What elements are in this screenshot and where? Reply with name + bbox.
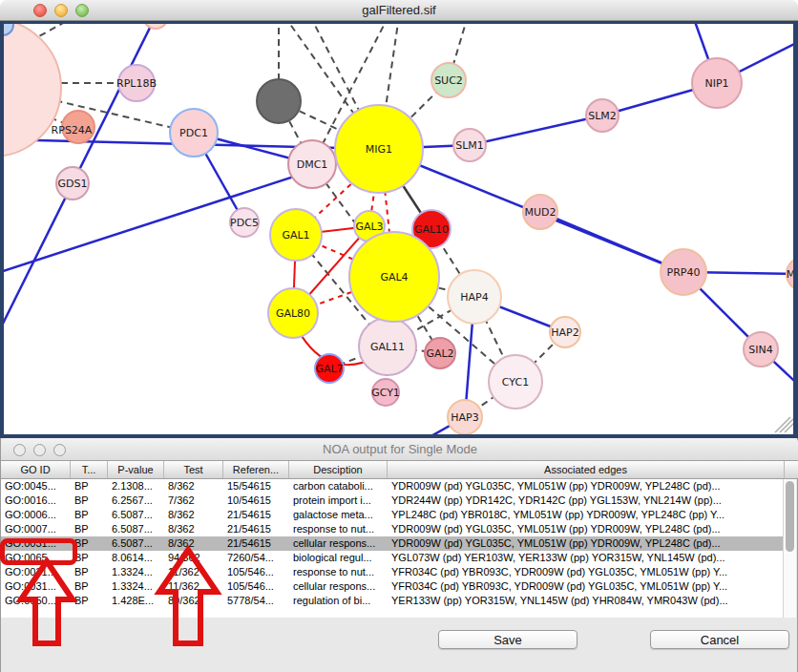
canvas-border-top bbox=[0, 21, 798, 24]
node-label-GAL3: GAL3 bbox=[355, 220, 383, 233]
column-header-p[interactable]: P-value bbox=[108, 461, 164, 478]
cell-ref: 10/54615 bbox=[223, 494, 289, 508]
scrollbar-thumb[interactable] bbox=[786, 481, 794, 552]
canvas-border-left bbox=[0, 21, 4, 438]
cell-desc: carbon cataboli... bbox=[289, 479, 388, 494]
cell-ref: 105/546... bbox=[223, 565, 289, 579]
graph-window: galFiltered.sif RPL18BRPS24AGDS1PDC1PDC5… bbox=[0, 0, 798, 438]
cell-ref: 21/54615 bbox=[223, 522, 289, 536]
cell-go: GO:0045... bbox=[1, 479, 71, 494]
cell-go: GO:0065... bbox=[1, 551, 71, 565]
node-label-SLM2: SLM2 bbox=[588, 110, 617, 122]
node-label-PRP40: PRP40 bbox=[667, 266, 701, 279]
network-graph: RPL18BRPS24AGDS1PDC1PDC5DMC1MIG1SUC2SLM1… bbox=[0, 21, 798, 434]
cell-edges: YGL073W (pd) YER103W, YER133W (pp) YOR31… bbox=[388, 551, 785, 565]
cell-test: 80/362 bbox=[164, 594, 223, 608]
cell-edges: YFR034C (pd) YBR093C, YDR009W (pd) YGL03… bbox=[388, 565, 785, 579]
node-label-RPL18B: RPL18B bbox=[116, 77, 157, 90]
cell-go: GO:0016... bbox=[1, 494, 71, 508]
cell-p: 2.1308... bbox=[108, 479, 164, 494]
cell-test: 94/362 bbox=[164, 551, 223, 565]
node-label-CYC1: CYC1 bbox=[502, 376, 529, 388]
cell-p: 1.428E... bbox=[108, 594, 164, 608]
cell-ref: 15/54615 bbox=[223, 479, 289, 494]
table-row-8[interactable]: GO:0031...BP1.3324...11/362105/546...cel… bbox=[1, 579, 785, 594]
column-header-edges[interactable]: Associated edges bbox=[388, 461, 785, 478]
cell-type: BP bbox=[71, 565, 108, 579]
cell-edges: YDR009W (pd) YGL035C, YML051W (pp) YDR00… bbox=[388, 522, 785, 536]
node-label-MIG1: MIG1 bbox=[366, 143, 392, 156]
cell-p: 1.3324... bbox=[108, 565, 164, 579]
cell-type: BP bbox=[71, 594, 108, 608]
cell-test: 11/362 bbox=[164, 579, 223, 594]
cell-desc: cellular respons... bbox=[289, 579, 388, 594]
cell-type: BP bbox=[71, 551, 108, 565]
cancel-button[interactable]: Cancel bbox=[650, 630, 789, 649]
cell-test: 8/362 bbox=[164, 479, 223, 494]
cell-edges: YDR009W (pd) YGL035C, YML051W (pp) YDR00… bbox=[388, 479, 785, 494]
cell-test: 8/362 bbox=[164, 508, 223, 522]
node-label-SIN4: SIN4 bbox=[748, 344, 772, 356]
cell-test: 8/362 bbox=[164, 536, 223, 551]
network-canvas[interactable]: RPL18BRPS24AGDS1PDC1PDC5DMC1MIG1SUC2SLM1… bbox=[0, 21, 798, 434]
column-header-go[interactable]: GO ID bbox=[1, 461, 71, 478]
cell-type: BP bbox=[71, 536, 108, 551]
save-button[interactable]: Save bbox=[438, 630, 578, 649]
table-row-5[interactable]: GO:0031...BP6.5087...8/36221/54615cellul… bbox=[1, 536, 785, 551]
node-label-PDC5: PDC5 bbox=[230, 217, 259, 229]
cell-p: 1.3324... bbox=[108, 579, 164, 594]
node-label-GAL2: GAL2 bbox=[426, 347, 453, 360]
cell-ref: 5778/54... bbox=[223, 594, 289, 608]
node-label-GAL80: GAL80 bbox=[276, 307, 310, 320]
column-header-ref[interactable]: Referen... bbox=[223, 461, 289, 478]
node-label-GCY1: GCY1 bbox=[371, 387, 400, 399]
node-label-GDS1: GDS1 bbox=[58, 178, 88, 190]
node-label-RPS24A: RPS24A bbox=[52, 124, 93, 136]
node-label-MUD2: MUD2 bbox=[524, 206, 556, 219]
node-label-GAL11: GAL11 bbox=[370, 341, 405, 353]
cell-edges: YDR009W (pd) YGL035C, YML051W (pp) YDR00… bbox=[388, 536, 785, 551]
column-header-desc[interactable]: Desciption bbox=[289, 461, 388, 478]
table-row-1[interactable]: GO:0045...BP2.1308...8/36215/54615carbon… bbox=[1, 479, 785, 494]
cell-desc: cellular respons... bbox=[289, 536, 388, 551]
node-label-HAP2: HAP2 bbox=[551, 326, 578, 339]
column-header-test[interactable]: Test bbox=[164, 461, 223, 478]
table-row-9[interactable]: GO:0050...BP1.428E...80/3625778/54...reg… bbox=[1, 594, 785, 608]
cell-type: BP bbox=[71, 508, 108, 522]
node-label-DMC1: DMC1 bbox=[297, 158, 328, 171]
cell-p: 6.2567... bbox=[108, 494, 164, 508]
cell-desc: biological regul... bbox=[289, 551, 388, 565]
table-row-2[interactable]: GO:0016...BP6.2567...7/36210/54615protei… bbox=[1, 494, 785, 508]
cell-p: 6.5087... bbox=[108, 522, 164, 536]
cell-desc: response to nut... bbox=[289, 565, 388, 579]
cell-test: 11/362 bbox=[164, 565, 223, 579]
screen: galFiltered.sif RPL18BRPS24AGDS1PDC1PDC5… bbox=[0, 0, 798, 672]
node-label-SLM1: SLM1 bbox=[455, 139, 484, 152]
cell-edges: YDR244W (pp) YDR142C, YDR142C (pp) YGL15… bbox=[388, 494, 785, 508]
node-label-GAL4: GAL4 bbox=[380, 271, 408, 284]
cell-go: GO:0031... bbox=[1, 536, 71, 551]
button-row: Save Cancel bbox=[1, 630, 798, 653]
table-row-7[interactable]: GO:0031...BP1.3324...11/362105/546...res… bbox=[1, 565, 785, 579]
column-header-type[interactable]: T... bbox=[71, 461, 108, 478]
cell-desc: galactose meta... bbox=[289, 508, 388, 522]
cell-ref: 21/54615 bbox=[223, 508, 289, 522]
table-header: GO IDT...P-valueTestReferen...Desciption… bbox=[1, 461, 798, 479]
cell-desc: protein import i... bbox=[289, 494, 388, 508]
table-row-4[interactable]: GO:0007...BP6.5087...8/36221/54615respon… bbox=[1, 522, 785, 536]
noa-window: NOA output for Single Mode GO IDT...P-va… bbox=[0, 438, 798, 672]
cell-p: 6.5087... bbox=[108, 536, 164, 551]
graph-window-titlebar[interactable]: galFiltered.sif bbox=[0, 0, 798, 21]
graph-edge-blue bbox=[470, 116, 602, 145]
table-row-3[interactable]: GO:0006...BP6.5087...8/36221/54615galact… bbox=[1, 508, 785, 522]
cell-test: 7/362 bbox=[164, 494, 223, 508]
cell-go: GO:0007... bbox=[1, 522, 71, 536]
vertical-scrollbar[interactable] bbox=[783, 479, 796, 618]
cell-type: BP bbox=[71, 522, 108, 536]
table-row-6[interactable]: GO:0065...BP8.0614...94/3627260/54...bio… bbox=[1, 551, 785, 565]
node-gray-node[interactable] bbox=[257, 79, 301, 123]
noa-window-titlebar[interactable]: NOA output for Single Mode bbox=[1, 438, 798, 461]
cell-type: BP bbox=[71, 479, 108, 494]
cell-go: GO:0006... bbox=[1, 508, 71, 522]
cell-edges: YFR034C (pd) YBR093C, YDR009W (pd) YGL03… bbox=[388, 579, 785, 594]
